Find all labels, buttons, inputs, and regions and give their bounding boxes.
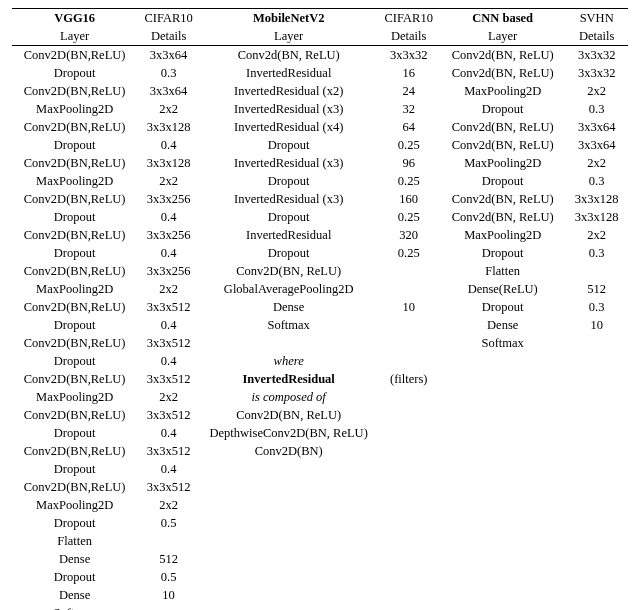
mobilenetv2-detail [377,352,440,370]
mobilenetv2-detail: 160 [377,190,440,208]
col1-model: VGG16 [12,9,137,28]
mobilenetv2-layer: DepthwiseConv2D(BN, ReLU) [200,424,377,442]
vgg16-detail: 3x3x256 [137,262,200,280]
mobilenetv2-detail [377,568,440,586]
mobilenetv2-detail [377,604,440,610]
vgg16-layer: Dropout [12,316,137,334]
vgg16-layer: Conv2D(BN,ReLU) [12,298,137,316]
cnn-layer: Flatten [440,262,565,280]
cnn-detail: 3x3x64 [565,136,628,154]
table-row: Conv2D(BN,ReLU)3x3x512Conv2D(BN, ReLU) [12,406,628,424]
cnn-layer: Conv2d(BN, ReLU) [440,46,565,65]
cnn-layer [440,586,565,604]
vgg16-layer: Softmax [12,604,137,610]
table-row: MaxPooling2D2x2 [12,496,628,514]
cnn-detail [565,478,628,496]
cnn-layer: Dropout [440,172,565,190]
vgg16-layer: Dense [12,550,137,568]
cnn-detail [565,370,628,388]
mobilenetv2-layer: InvertedResidual (x2) [200,82,377,100]
table-row: Conv2D(BN,ReLU)3x3x512Dense10Dropout0.3 [12,298,628,316]
cnn-detail: 3x3x64 [565,118,628,136]
vgg16-detail: 2x2 [137,280,200,298]
mobilenetv2-layer: Dense [200,298,377,316]
mobilenetv2-detail [377,514,440,532]
vgg16-layer: Dropout [12,568,137,586]
table-row: Dropout0.4SoftmaxDense10 [12,316,628,334]
col1-dataset: CIFAR10 [137,9,200,28]
vgg16-detail: 2x2 [137,388,200,406]
col2-detail-label: Details [377,27,440,46]
vgg16-layer: Dense [12,586,137,604]
table-row: Conv2D(BN,ReLU)3x3x512InvertedResidual(f… [12,370,628,388]
vgg16-layer: Dropout [12,208,137,226]
cnn-detail [565,496,628,514]
vgg16-layer: Conv2D(BN,ReLU) [12,190,137,208]
col3-layer-label: Layer [440,27,565,46]
mobilenetv2-layer: InvertedResidual (x4) [200,118,377,136]
table-row: MaxPooling2D2x2is composed of [12,388,628,406]
mobilenetv2-detail [377,388,440,406]
cnn-layer [440,442,565,460]
table-row: Dense10 [12,586,628,604]
vgg16-detail: 3x3x512 [137,478,200,496]
cnn-layer [440,352,565,370]
vgg16-layer: Dropout [12,514,137,532]
mobilenetv2-detail [377,262,440,280]
vgg16-detail: 512 [137,550,200,568]
table-row: MaxPooling2D2x2GlobalAveragePooling2DDen… [12,280,628,298]
table-row: Flatten [12,532,628,550]
mobilenetv2-detail [377,406,440,424]
col2-dataset: CIFAR10 [377,9,440,28]
cnn-detail: 0.3 [565,298,628,316]
cnn-detail [565,424,628,442]
mobilenetv2-layer [200,568,377,586]
vgg16-layer: Conv2D(BN,ReLU) [12,118,137,136]
vgg16-detail: 0.4 [137,208,200,226]
vgg16-detail: 0.5 [137,514,200,532]
vgg16-layer: Dropout [12,64,137,82]
mobilenetv2-detail: 32 [377,100,440,118]
table-row: Conv2D(BN,ReLU)3x3x512Conv2D(BN) [12,442,628,460]
cnn-detail [565,586,628,604]
cnn-detail: 0.3 [565,172,628,190]
mobilenetv2-detail: 0.25 [377,136,440,154]
mobilenetv2-layer: InvertedResidual (x3) [200,154,377,172]
cnn-layer [440,514,565,532]
mobilenetv2-layer: Conv2d(BN, ReLU) [200,46,377,65]
vgg16-detail: 2x2 [137,100,200,118]
vgg16-detail: 3x3x128 [137,118,200,136]
cnn-layer: Dropout [440,100,565,118]
mobilenetv2-detail [377,280,440,298]
vgg16-detail: 3x3x512 [137,334,200,352]
vgg16-detail: 0.3 [137,64,200,82]
vgg16-layer: Flatten [12,532,137,550]
cnn-layer: Conv2d(BN, ReLU) [440,64,565,82]
mobilenetv2-detail: 10 [377,298,440,316]
cnn-layer: MaxPooling2D [440,82,565,100]
mobilenetv2-detail [377,496,440,514]
architecture-table-inner: VGG16 CIFAR10 MobileNetV2 CIFAR10 CNN ba… [12,8,628,610]
mobilenetv2-detail [377,550,440,568]
vgg16-layer: Conv2D(BN,ReLU) [12,154,137,172]
cnn-layer: Conv2d(BN, ReLU) [440,136,565,154]
mobilenetv2-detail: 24 [377,82,440,100]
cnn-layer [440,406,565,424]
mobilenetv2-layer: InvertedResidual [200,370,377,388]
mobilenetv2-detail: 320 [377,226,440,244]
table-row: MaxPooling2D2x2Dropout0.25Dropout0.3 [12,172,628,190]
cnn-detail: 2x2 [565,154,628,172]
table-row: Dropout0.4Dropout0.25Dropout0.3 [12,244,628,262]
mobilenetv2-detail: 16 [377,64,440,82]
cnn-detail: 0.3 [565,244,628,262]
table-row: Dropout0.5 [12,568,628,586]
mobilenetv2-detail [377,442,440,460]
vgg16-layer: Dropout [12,352,137,370]
cnn-layer [440,388,565,406]
cnn-detail [565,406,628,424]
vgg16-detail: 0.4 [137,244,200,262]
vgg16-detail: 0.4 [137,316,200,334]
vgg16-layer: MaxPooling2D [12,280,137,298]
vgg16-detail: 0.4 [137,424,200,442]
cnn-detail: 3x3x128 [565,190,628,208]
